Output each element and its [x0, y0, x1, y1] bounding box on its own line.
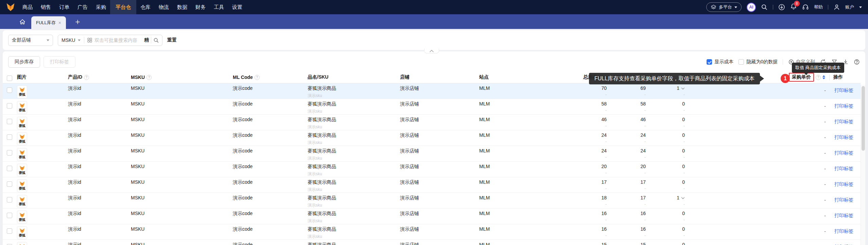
product-thumbnail[interactable]: 赛狐	[17, 242, 27, 245]
row-checkbox[interactable]	[7, 213, 12, 218]
product-thumbnail[interactable]: 赛狐	[17, 179, 27, 192]
row-checkbox[interactable]	[7, 228, 12, 234]
nav-item-link[interactable]: 设置	[228, 0, 246, 14]
print-label-link[interactable]: 打印标签	[834, 87, 853, 93]
nav-item-link[interactable]: 财务	[191, 0, 210, 14]
select-all-checkbox[interactable]	[7, 76, 12, 81]
scrollbar-thumb[interactable]	[862, 86, 865, 151]
row-checkbox[interactable]	[7, 197, 12, 202]
help-icon[interactable]	[255, 75, 260, 80]
row-checkbox[interactable]	[7, 244, 12, 245]
new-tab-button[interactable]	[75, 19, 81, 26]
row-checkbox[interactable]	[7, 87, 12, 93]
ai-assistant-button[interactable]: AI	[747, 3, 756, 12]
nav-item-link[interactable]: 采购	[92, 0, 110, 14]
sort-toggle[interactable]	[822, 75, 825, 79]
header-site: 站点	[474, 72, 532, 83]
product-id-cell: 演示id	[68, 226, 81, 232]
notifications-button[interactable]: 8	[790, 3, 797, 11]
search-icon[interactable]	[761, 4, 768, 11]
print-label-link[interactable]: 打印标签	[834, 166, 853, 171]
tab-close-icon[interactable]: ×	[58, 20, 61, 25]
print-label-link[interactable]: 打印标签	[834, 228, 853, 234]
main-menu: 商品销售订单广告采购平台仓仓库物流数据财务工具设置	[18, 0, 246, 14]
row-checkbox[interactable]	[7, 134, 12, 140]
search-input[interactable]	[94, 37, 142, 43]
nav-item-active[interactable]: 平台仓	[110, 0, 136, 14]
print-label-link[interactable]: 打印标签	[834, 213, 853, 218]
print-label-link[interactable]: 打印标签	[834, 134, 853, 140]
search-submit-icon[interactable]	[153, 37, 159, 43]
exact-match-toggle[interactable]: 精	[142, 37, 151, 43]
product-thumbnail[interactable]: 赛狐	[17, 117, 27, 130]
download-center-icon[interactable]	[778, 4, 785, 11]
row-checkbox[interactable]	[7, 181, 12, 187]
product-thumbnail[interactable]: 赛狐	[17, 164, 27, 177]
print-label-link[interactable]: 打印标签	[834, 244, 853, 245]
nav-item-link[interactable]: 数据	[173, 0, 191, 14]
msku-cell: MSKU	[131, 211, 144, 216]
row-checkbox[interactable]	[7, 103, 12, 109]
product-thumbnail[interactable]: 赛狐	[17, 195, 27, 208]
support-headset-icon[interactable]	[802, 4, 809, 11]
nav-item-link[interactable]: 工具	[210, 0, 228, 14]
product-thumbnail[interactable]: 赛狐	[17, 101, 27, 114]
help-icon[interactable]	[84, 75, 89, 80]
site-cell: MLM	[479, 179, 490, 185]
nav-item-link[interactable]: 物流	[155, 0, 173, 14]
site-cell: MLM	[479, 117, 490, 122]
store-filter-select[interactable]: 全部店铺	[8, 35, 53, 46]
print-label-link[interactable]: 打印标签	[834, 103, 853, 109]
hide-zero-checkbox[interactable]: 隐藏为0的数据	[739, 59, 778, 65]
sync-inventory-button[interactable]: 同步库存	[8, 56, 40, 68]
product-thumbnail[interactable]: 赛狐	[17, 132, 27, 145]
expand-chevron-icon[interactable]	[681, 87, 685, 90]
chevron-down-icon	[47, 39, 49, 41]
row-checkbox[interactable]	[7, 150, 12, 156]
ml-code-cell: 演示code	[233, 148, 253, 153]
reset-link[interactable]: 重置	[167, 37, 177, 43]
product-thumbnail[interactable]: 赛狐	[17, 226, 27, 239]
batch-search-grid-icon[interactable]	[87, 38, 92, 43]
product-thumbnail[interactable]: 赛狐	[17, 148, 27, 161]
store-cell: 演示店铺	[400, 242, 419, 245]
total-stock-value: 46	[532, 117, 607, 122]
msku-cell: MSKU	[131, 195, 144, 200]
nav-item-link[interactable]: 仓库	[136, 0, 155, 14]
table-row: 赛狐 演示id MSKU 演示code 赛狐演示商品 演示sku 演示店铺 ML…	[3, 208, 861, 224]
product-thumbnail[interactable]: 赛狐	[17, 85, 27, 98]
row-checkbox[interactable]	[7, 166, 12, 171]
chevron-up-icon	[429, 50, 434, 52]
show-cost-checkbox[interactable]: 显示成本	[707, 59, 733, 65]
store-cell: 演示店铺	[400, 211, 419, 216]
collapse-filter-handle[interactable]	[424, 49, 439, 53]
help-icon[interactable]	[146, 75, 152, 80]
home-tab-button[interactable]	[18, 17, 27, 27]
help-circle-icon[interactable]	[854, 59, 860, 65]
nav-item-link[interactable]: 广告	[73, 0, 92, 14]
print-label-link[interactable]: 打印标签	[834, 197, 853, 202]
print-label-link[interactable]: 打印标签	[834, 150, 853, 156]
search-type-select[interactable]: MSKU	[58, 37, 84, 43]
account-menu[interactable]: 账户	[845, 4, 854, 10]
secondary-value: -	[612, 108, 646, 113]
print-label-button[interactable]: 打印标签	[44, 56, 75, 68]
nav-item-link[interactable]: 订单	[55, 0, 73, 14]
print-label-link[interactable]: 打印标签	[834, 119, 853, 124]
help-icon[interactable]	[816, 75, 821, 80]
fox-logo-icon	[19, 87, 25, 93]
platform-switcher[interactable]: 多平台	[706, 2, 742, 12]
checkbox-checked-icon	[707, 59, 712, 65]
tab-full-inventory[interactable]: FULL库存 ×	[31, 16, 66, 29]
nav-item-link[interactable]: 商品	[18, 0, 37, 14]
expand-chevron-icon[interactable]	[681, 197, 685, 199]
brand-fox-logo-icon[interactable]	[6, 3, 15, 12]
table-scrollbar[interactable]	[861, 85, 865, 245]
product-thumbnail[interactable]: 赛狐	[17, 211, 27, 224]
print-label-link[interactable]: 打印标签	[834, 181, 853, 187]
purchase-price-value: -	[824, 182, 826, 187]
user-icon[interactable]	[833, 4, 840, 11]
nav-item-link[interactable]: 销售	[37, 0, 55, 14]
row-checkbox[interactable]	[7, 119, 12, 124]
help-link[interactable]: 帮助	[814, 4, 823, 10]
